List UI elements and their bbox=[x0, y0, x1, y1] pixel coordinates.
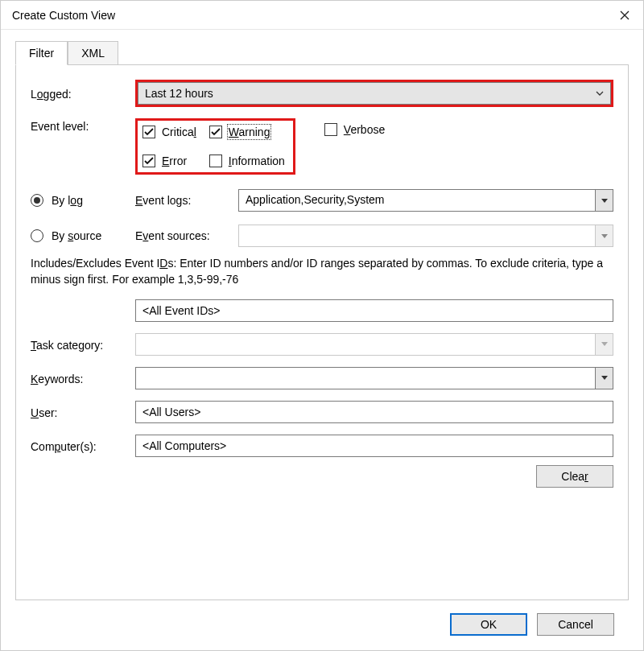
label-task-category: Task category: bbox=[31, 337, 135, 352]
label-user: User: bbox=[31, 405, 135, 419]
checkbox-error[interactable]: Error bbox=[142, 155, 196, 167]
tab-filter[interactable]: Filter bbox=[15, 41, 68, 65]
checkbox-warning-label: Warning bbox=[229, 126, 270, 138]
titlebar: Create Custom View bbox=[1, 1, 643, 30]
dialog-window: Create Custom View Filter XML Logged: La… bbox=[0, 0, 644, 651]
check-icon bbox=[211, 128, 221, 136]
dropdown-button-icon bbox=[595, 190, 613, 211]
ok-button[interactable]: OK bbox=[450, 613, 527, 636]
close-icon bbox=[620, 10, 630, 20]
dropdown-button-icon bbox=[595, 368, 613, 389]
event-ids-input[interactable] bbox=[135, 299, 613, 322]
checkbox-critical-label: Critical bbox=[162, 126, 196, 138]
event-sources-dropdown[interactable] bbox=[238, 225, 613, 247]
label-computers: Computer(s): bbox=[31, 439, 135, 453]
logged-highlight: Last 12 hours bbox=[135, 80, 613, 107]
checkbox-critical[interactable]: Critical bbox=[142, 126, 196, 138]
chevron-down-icon bbox=[596, 89, 604, 97]
checkbox-verbose-label: Verbose bbox=[344, 123, 385, 136]
computers-input[interactable] bbox=[135, 435, 613, 457]
label-event-logs: Event logs: bbox=[135, 194, 238, 207]
label-logged: Logged: bbox=[31, 86, 135, 101]
task-category-value bbox=[136, 334, 595, 355]
check-icon bbox=[144, 128, 154, 136]
task-category-dropdown bbox=[135, 333, 613, 356]
logged-value: Last 12 hours bbox=[145, 87, 596, 100]
user-input[interactable] bbox=[135, 401, 613, 423]
dropdown-button-icon bbox=[595, 334, 613, 355]
checkbox-information[interactable]: Information bbox=[209, 155, 285, 167]
checkbox-error-label: Error bbox=[162, 155, 187, 167]
check-icon bbox=[144, 157, 154, 165]
event-level-highlight: Critical Warning Error Information bbox=[135, 118, 295, 175]
close-button[interactable] bbox=[606, 1, 643, 30]
keywords-dropdown[interactable] bbox=[135, 367, 613, 389]
label-event-level: Event level: bbox=[31, 118, 135, 133]
tab-xml[interactable]: XML bbox=[68, 41, 118, 65]
radio-by-log-label: By log bbox=[52, 194, 83, 207]
client-area: Filter XML Logged: Last 12 hours bbox=[1, 30, 643, 650]
radio-by-source[interactable]: By source bbox=[31, 229, 135, 242]
event-ids-help: Includes/Excludes Event IDs: Enter ID nu… bbox=[31, 255, 613, 288]
dropdown-button-icon bbox=[595, 225, 613, 246]
keywords-value bbox=[136, 368, 595, 389]
logged-dropdown[interactable]: Last 12 hours bbox=[138, 82, 611, 105]
label-event-sources: Event sources: bbox=[135, 229, 238, 242]
label-keywords: Keywords: bbox=[31, 371, 135, 385]
window-title: Create Custom View bbox=[12, 9, 115, 22]
tabs-header: Filter XML bbox=[15, 41, 629, 65]
filter-panel: Logged: Last 12 hours Event level: bbox=[15, 65, 629, 600]
checkbox-warning[interactable]: Warning bbox=[209, 126, 285, 138]
event-sources-value bbox=[239, 225, 595, 246]
checkbox-verbose[interactable]: Verbose bbox=[324, 123, 385, 136]
radio-by-log[interactable]: By log bbox=[31, 194, 135, 207]
event-logs-value: Application,Security,System bbox=[239, 190, 595, 211]
checkbox-information-label: Information bbox=[229, 155, 285, 167]
cancel-button[interactable]: Cancel bbox=[537, 613, 614, 636]
radio-by-source-label: By source bbox=[52, 229, 101, 242]
event-logs-dropdown[interactable]: Application,Security,System bbox=[238, 189, 613, 212]
dialog-footer: OK Cancel bbox=[15, 600, 629, 650]
clear-button[interactable]: Clear bbox=[536, 465, 613, 488]
